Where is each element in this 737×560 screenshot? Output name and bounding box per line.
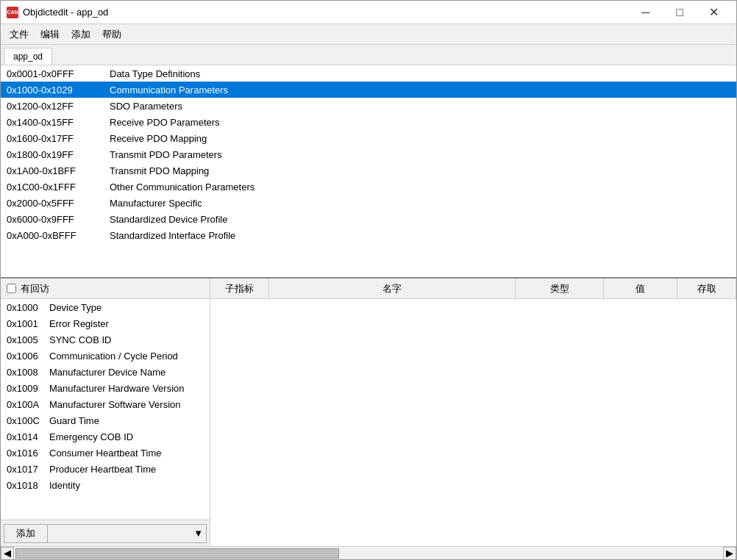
scrollbar-thumb[interactable] bbox=[15, 548, 339, 559]
maximize-button[interactable]: □ bbox=[663, 1, 697, 24]
top-list-item[interactable]: 0x1600-0x17FF Receive PDO Mapping bbox=[1, 130, 736, 146]
scroll-right-icon: ▶ bbox=[726, 548, 733, 559]
sublist-item-addr: 0x1014 bbox=[7, 431, 49, 442]
list-item-name: Manufacturer Specific bbox=[110, 198, 730, 209]
sublist-item[interactable]: 0x1018 Identity bbox=[1, 477, 210, 493]
sublist-item-addr: 0x1006 bbox=[7, 351, 49, 362]
col-header-subidx: 子指标 bbox=[210, 279, 269, 298]
sublist-items: 0x1000 Device Type 0x1001 Error Register… bbox=[1, 299, 210, 520]
list-item-name: Receive PDO Parameters bbox=[110, 117, 730, 128]
list-item-addr: 0x6000-0x9FFF bbox=[7, 214, 110, 225]
sublist-item-name: Error Register bbox=[49, 318, 204, 329]
list-item-addr: 0x1600-0x17FF bbox=[7, 133, 110, 144]
window-title: Objdictedit - app_od bbox=[23, 7, 629, 18]
app-icon: CAN bbox=[7, 7, 18, 18]
left-sublist: 有回访 0x1000 Device Type 0x1001 Error Regi… bbox=[1, 279, 210, 546]
list-item-addr: 0x0001-0x0FFF bbox=[7, 68, 110, 79]
callback-label: 有回访 bbox=[21, 282, 49, 295]
top-list-item[interactable]: 0x1A00-0x1BFF Transmit PDO Mapping bbox=[1, 162, 736, 179]
col-header-value: 值 bbox=[604, 279, 677, 298]
sublist-item[interactable]: 0x1009 Manufacturer Hardware Version bbox=[1, 380, 210, 396]
sublist-item-name: SYNC COB ID bbox=[49, 334, 204, 345]
sublist-item-addr: 0x1018 bbox=[7, 480, 49, 491]
sublist-item[interactable]: 0x1014 Emergency COB ID bbox=[1, 428, 210, 445]
list-item-addr: 0x2000-0x5FFF bbox=[7, 198, 110, 209]
list-item-addr: 0x1200-0x12FF bbox=[7, 101, 110, 112]
menu-file[interactable]: 文件 bbox=[4, 25, 35, 44]
sublist-item[interactable]: 0x100C Guard Time bbox=[1, 412, 210, 428]
top-list-item[interactable]: 0x6000-0x9FFF Standardized Device Profil… bbox=[1, 211, 736, 227]
col-header-name: 名字 bbox=[269, 279, 516, 298]
scroll-left-icon: ◀ bbox=[4, 548, 11, 559]
menu-bar: 文件 编辑 添加 帮助 bbox=[1, 24, 736, 45]
table-body bbox=[210, 299, 736, 546]
menu-edit[interactable]: 编辑 bbox=[35, 25, 65, 44]
sublist-item-name: Consumer Heartbeat Time bbox=[49, 448, 204, 459]
sublist-item-name: Manufacturer Hardware Version bbox=[49, 383, 204, 394]
top-list-item[interactable]: 0x1200-0x12FF SDO Parameters bbox=[1, 98, 736, 114]
sublist-item-name: Communication / Cycle Period bbox=[49, 351, 204, 362]
top-list-item[interactable]: 0x1400-0x15FF Receive PDO Parameters bbox=[1, 114, 736, 130]
top-list-item[interactable]: 0x1000-0x1029 Communication Parameters bbox=[1, 82, 736, 98]
list-item-name: Communication Parameters bbox=[110, 85, 730, 96]
bottom-panel: 有回访 0x1000 Device Type 0x1001 Error Regi… bbox=[1, 279, 736, 559]
sublist-item[interactable]: 0x1017 Producer Heartbeat Time bbox=[1, 461, 210, 477]
sublist-footer: 添加 ▼ bbox=[1, 520, 210, 546]
list-item-name: Transmit PDO Parameters bbox=[110, 149, 730, 160]
sublist-item[interactable]: 0x1016 Consumer Heartbeat Time bbox=[1, 445, 210, 461]
table-header: 子指标 名字 类型 值 存取 bbox=[210, 279, 736, 299]
add-button[interactable]: 添加 bbox=[4, 524, 48, 543]
scrollbar-track[interactable] bbox=[15, 548, 722, 559]
sublist-item-addr: 0x1009 bbox=[7, 383, 49, 394]
col-header-access: 存取 bbox=[677, 279, 736, 298]
top-list-item[interactable]: 0x2000-0x5FFF Manufacturer Specific bbox=[1, 195, 736, 211]
scroll-right-button[interactable]: ▶ bbox=[723, 547, 736, 560]
main-window: CAN Objdictedit - app_od ─ □ ✕ 文件 编辑 添加 … bbox=[0, 0, 737, 560]
tab-bar: app_od bbox=[1, 45, 736, 65]
sublist-item-name: Device Type bbox=[49, 302, 204, 313]
sublist-item[interactable]: 0x1000 Device Type bbox=[1, 299, 210, 315]
callback-checkbox[interactable] bbox=[7, 284, 16, 293]
sublist-item-name: Guard Time bbox=[49, 415, 204, 426]
minimize-button[interactable]: ─ bbox=[629, 1, 663, 24]
top-list-item[interactable]: 0x0001-0x0FFF Data Type Definitions bbox=[1, 65, 736, 82]
list-item-addr: 0x1400-0x15FF bbox=[7, 117, 110, 128]
scroll-left-button[interactable]: ◀ bbox=[1, 547, 14, 560]
sublist-item-addr: 0x1016 bbox=[7, 448, 49, 459]
close-button[interactable]: ✕ bbox=[697, 1, 730, 24]
sublist-item[interactable]: 0x100A Manufacturer Software Version bbox=[1, 396, 210, 412]
tab-app-od[interactable]: app_od bbox=[4, 48, 52, 65]
list-item-name: Transmit PDO Mapping bbox=[110, 165, 730, 176]
sublist-item-name: Emergency COB ID bbox=[49, 431, 204, 442]
top-list-item[interactable]: 0x1800-0x19FF Transmit PDO Parameters bbox=[1, 146, 736, 162]
main-content: 0x0001-0x0FFF Data Type Definitions 0x10… bbox=[1, 65, 736, 559]
bottom-content: 有回访 0x1000 Device Type 0x1001 Error Regi… bbox=[1, 279, 736, 546]
dropdown-button[interactable]: ▼ bbox=[48, 524, 207, 543]
sublist-item-addr: 0x1000 bbox=[7, 302, 49, 313]
sublist-item[interactable]: 0x1001 Error Register bbox=[1, 315, 210, 331]
list-item-addr: 0x1800-0x19FF bbox=[7, 149, 110, 160]
window-controls: ─ □ ✕ bbox=[629, 1, 730, 24]
sublist-item-addr: 0x1017 bbox=[7, 464, 49, 475]
sublist-item-name: Identity bbox=[49, 480, 204, 491]
menu-help[interactable]: 帮助 bbox=[96, 25, 127, 44]
list-item-addr: 0x1A00-0x1BFF bbox=[7, 165, 110, 176]
sublist-item-name: Manufacturer Software Version bbox=[49, 399, 204, 410]
right-table-area: 子指标 名字 类型 值 存取 bbox=[210, 279, 736, 546]
sublist-item-name: Producer Heartbeat Time bbox=[49, 464, 204, 475]
sublist-item[interactable]: 0x1008 Manufacturer Device Name bbox=[1, 364, 210, 380]
sublist-item-addr: 0x1001 bbox=[7, 318, 49, 329]
list-item-addr: 0x1000-0x1029 bbox=[7, 85, 110, 96]
sublist-item[interactable]: 0x1006 Communication / Cycle Period bbox=[1, 348, 210, 364]
menu-add[interactable]: 添加 bbox=[65, 25, 96, 44]
sublist-item-addr: 0x100A bbox=[7, 399, 49, 410]
col-header-type: 类型 bbox=[516, 279, 604, 298]
list-item-addr: 0x1C00-0x1FFF bbox=[7, 182, 110, 193]
sublist-item-addr: 0x1005 bbox=[7, 334, 49, 345]
top-list-item[interactable]: 0x1C00-0x1FFF Other Communication Parame… bbox=[1, 179, 736, 195]
top-list-item[interactable]: 0xA000-0xBFFF Standardized Interface Pro… bbox=[1, 227, 736, 243]
list-item-name: SDO Parameters bbox=[110, 101, 730, 112]
sublist-item[interactable]: 0x1005 SYNC COB ID bbox=[1, 331, 210, 348]
title-bar: CAN Objdictedit - app_od ─ □ ✕ bbox=[1, 1, 736, 24]
list-item-name: Data Type Definitions bbox=[110, 68, 730, 79]
